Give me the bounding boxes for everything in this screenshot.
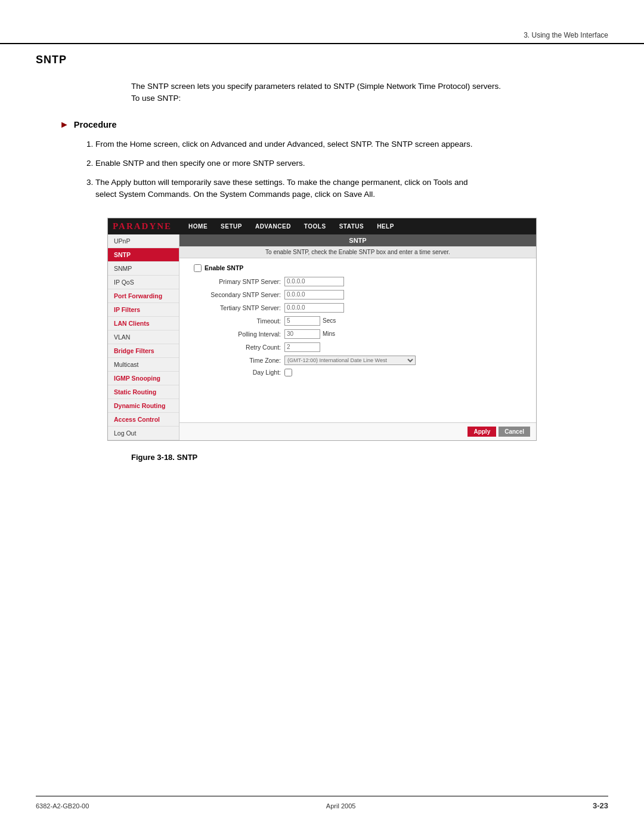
tertiary-server-label: Tertiary SNTP Server: xyxy=(189,304,284,311)
polling-row: Polling Interval: Mins xyxy=(189,329,527,339)
nav-tools[interactable]: TOOLS xyxy=(298,221,332,231)
nav-setup[interactable]: SETUP xyxy=(215,221,248,231)
nav-home[interactable]: HOME xyxy=(182,221,213,231)
top-rule xyxy=(0,43,644,44)
footer-page-number: 3-23 xyxy=(593,801,608,810)
main-content: SNTP The SNTP screen lets you specify pa… xyxy=(36,54,608,480)
daylight-row: Day Light: xyxy=(189,369,527,376)
secondary-server-row: Secondary SNTP Server: xyxy=(189,290,527,299)
router-body: UPnP SNTP SNMP IP QoS Port Forwarding IP… xyxy=(108,234,536,440)
page-footer: 6382-A2-GB20-00 April 2005 3-23 xyxy=(36,796,608,810)
sidebar-logout[interactable]: Log Out xyxy=(108,427,179,440)
polling-label: Polling Interval: xyxy=(189,330,284,338)
primary-server-input[interactable] xyxy=(284,277,344,286)
sidebar-snmp[interactable]: SNMP xyxy=(108,262,179,276)
intro-text: The SNTP screen lets you specify paramet… xyxy=(131,81,501,105)
router-logo: PARADYNE xyxy=(113,221,172,231)
router-sidebar: UPnP SNTP SNMP IP QoS Port Forwarding IP… xyxy=(108,234,179,440)
enable-sntp-row: Enable SNTP xyxy=(189,264,527,272)
sntp-form: Enable SNTP Primary SNTP Server: Seconda… xyxy=(179,258,536,422)
router-main-panel: SNTP To enable SNTP, check the Enable SN… xyxy=(179,234,536,440)
sidebar-lanclients[interactable]: LAN Clients xyxy=(108,317,179,330)
daylight-label: Day Light: xyxy=(189,369,284,376)
timezone-select[interactable]: (GMT-12:00) International Date Line West xyxy=(284,356,416,365)
procedure-list: From the Home screen, click on Advanced … xyxy=(95,138,489,201)
timezone-label: Time Zone: xyxy=(189,357,284,364)
logo-dyne: DYNE xyxy=(142,221,172,231)
timeout-label: Timeout: xyxy=(189,317,284,325)
sidebar-upnp[interactable]: UPnP xyxy=(108,234,179,248)
sidebar-accesscontrol[interactable]: Access Control xyxy=(108,413,179,427)
footer-doc-number: 6382-A2-GB20-00 xyxy=(36,802,89,810)
sidebar-staticrouting[interactable]: Static Routing xyxy=(108,385,179,399)
logo-par: PAR xyxy=(113,221,134,231)
enable-sntp-label: Enable SNTP xyxy=(205,264,243,271)
sidebar-bridgefilters[interactable]: Bridge Filters xyxy=(108,344,179,358)
procedure-arrow-icon: ► xyxy=(60,119,69,130)
figure-caption: Figure 3-18. SNTP xyxy=(131,453,608,462)
procedure-step-3: The Apply button will temporarily save t… xyxy=(95,177,489,201)
polling-input[interactable] xyxy=(284,329,320,339)
enable-sntp-checkbox[interactable] xyxy=(194,264,202,272)
procedure-heading: ► Procedure xyxy=(60,119,608,130)
nav-status[interactable]: STATUS xyxy=(333,221,370,231)
sidebar-ipqos[interactable]: IP QoS xyxy=(108,276,179,289)
router-screenshot: PARADYNE HOME SETUP ADVANCED TOOLS STATU… xyxy=(107,218,537,441)
sidebar-sntp[interactable]: SNTP xyxy=(108,248,179,262)
timeout-input[interactable] xyxy=(284,316,320,326)
timeout-unit: Secs xyxy=(323,317,336,324)
daylight-checkbox[interactable] xyxy=(284,369,292,376)
sidebar-portforwarding[interactable]: Port Forwarding xyxy=(108,289,179,303)
logo-adyne: A xyxy=(134,221,142,231)
page-title: SNTP xyxy=(36,54,608,66)
sidebar-multicast[interactable]: Multicast xyxy=(108,358,179,372)
primary-server-row: Primary SNTP Server: xyxy=(189,277,527,286)
apply-button[interactable]: Apply xyxy=(467,427,496,437)
procedure-step-2: Enable SNTP and then specify one or more… xyxy=(95,157,489,169)
procedure-label: Procedure xyxy=(74,120,117,129)
timeout-row: Timeout: Secs xyxy=(189,316,527,326)
nav-items: HOME SETUP ADVANCED TOOLS STATUS HELP xyxy=(182,221,400,231)
retry-row: Retry Count: xyxy=(189,342,527,352)
sidebar-igmpsnooping[interactable]: IGMP Snooping xyxy=(108,372,179,385)
sidebar-dynamicrouting[interactable]: Dynamic Routing xyxy=(108,399,179,413)
procedure-step-1: From the Home screen, click on Advanced … xyxy=(95,138,489,150)
nav-advanced[interactable]: ADVANCED xyxy=(249,221,297,231)
nav-help[interactable]: HELP xyxy=(371,221,400,231)
sidebar-vlan[interactable]: VLAN xyxy=(108,330,179,344)
tertiary-server-input[interactable] xyxy=(284,303,344,313)
retry-input[interactable] xyxy=(284,342,320,352)
chapter-header: 3. Using the Web Interface xyxy=(524,31,608,39)
retry-label: Retry Count: xyxy=(189,344,284,351)
tertiary-server-row: Tertiary SNTP Server: xyxy=(189,303,527,313)
primary-server-label: Primary SNTP Server: xyxy=(189,278,284,285)
router-footer-buttons: Apply Cancel xyxy=(179,422,536,440)
secondary-server-label: Secondary SNTP Server: xyxy=(189,291,284,298)
router-navbar: PARADYNE HOME SETUP ADVANCED TOOLS STATU… xyxy=(108,218,536,234)
polling-unit: Mins xyxy=(323,330,335,337)
panel-title: SNTP xyxy=(179,234,536,246)
secondary-server-input[interactable] xyxy=(284,290,344,299)
footer-date: April 2005 xyxy=(326,802,356,810)
cancel-button[interactable]: Cancel xyxy=(499,427,530,437)
timezone-row: Time Zone: (GMT-12:00) International Dat… xyxy=(189,356,527,365)
panel-subtitle: To enable SNTP, check the Enable SNTP bo… xyxy=(179,246,536,258)
sidebar-ipfilters[interactable]: IP Filters xyxy=(108,303,179,317)
